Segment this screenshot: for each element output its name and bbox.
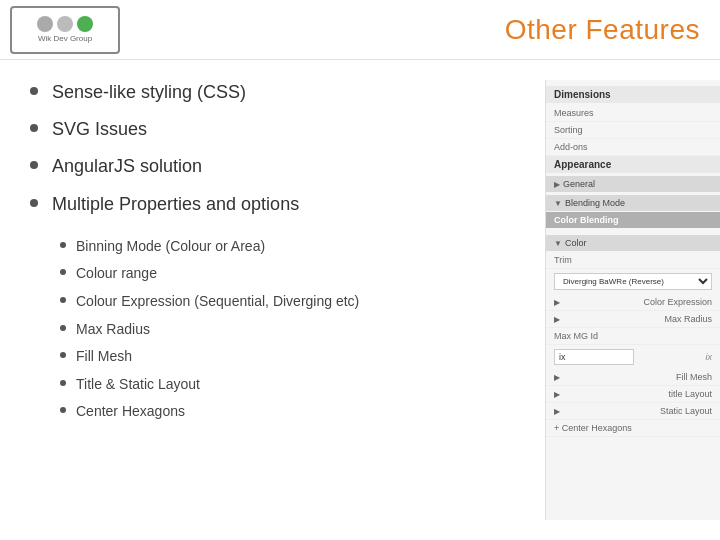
list-item: AngularJS solution [30,154,525,179]
logo-text: Wik Dev Group [38,34,92,43]
panel-trim-row[interactable]: Trim [546,252,720,269]
panel-appearance-header: Appearance [546,156,720,173]
panel-select-container[interactable]: Diverging BaWRe (Reverse) [546,269,720,294]
diverging-select[interactable]: Diverging BaWRe (Reverse) [554,273,712,290]
chevron-right-icon: ▶ [554,407,560,416]
bullet-icon-small [60,325,66,331]
panel-fill-mesh-row[interactable]: ▶ Fill Mesh [546,369,720,386]
list-item-text: Colour range [76,264,157,284]
panel-max-radius-val-row: Max MG Id [546,328,720,345]
panel-static-layout-row[interactable]: ▶ Static Layout [546,403,720,420]
list-item: Colour range [60,264,525,284]
panel-addons-row[interactable]: Add-ons [546,139,720,156]
panel-center-hexagons-row[interactable]: + Center Hexagons [546,420,720,437]
bullet-icon-small [60,242,66,248]
logo: Wik Dev Group [10,6,120,54]
chevron-down-icon: ▼ [554,239,562,248]
list-item-text: Center Hexagons [76,402,185,422]
secondary-bullet-list: Binning Mode (Colour or Area) Colour ran… [60,237,525,422]
bullet-icon [30,199,38,207]
bullet-icon-small [60,269,66,275]
panel-spacer-1 [546,228,720,232]
panel-color-expression-row[interactable]: ▶ Color Expression [546,294,720,311]
header: Wik Dev Group Other Features [0,0,720,60]
bullet-icon [30,124,38,132]
list-item-text: Colour Expression (Sequential, Diverging… [76,292,359,312]
left-content: Sense-like styling (CSS) SVG Issues Angu… [30,80,545,520]
bullet-icon-small [60,380,66,386]
panel-blending-subsection[interactable]: ▼ Blending Mode [546,195,720,211]
primary-bullet-list: Sense-like styling (CSS) SVG Issues Angu… [30,80,525,217]
list-item: Multiple Properties and options [30,192,525,217]
list-item: Colour Expression (Sequential, Diverging… [60,292,525,312]
chevron-right-icon: ▶ [554,390,560,399]
circle-1 [37,16,53,32]
circle-2 [57,16,73,32]
bullet-icon-small [60,297,66,303]
chevron-right-icon: ▶ [554,373,560,382]
logo-circles [37,16,93,32]
bullet-icon-small [60,352,66,358]
bullet-icon [30,161,38,169]
page-title: Other Features [505,14,700,46]
list-item: Sense-like styling (CSS) [30,80,525,105]
list-item: SVG Issues [30,117,525,142]
list-item-text: Max Radius [76,320,150,340]
panel-max-radius-row[interactable]: ▶ Max Radius [546,311,720,328]
chevron-icon: ▶ [554,180,560,189]
panel-general-subsection[interactable]: ▶ General [546,176,720,192]
fx-label: ix [706,352,713,362]
panel-title-layout-row[interactable]: ▶ title Layout [546,386,720,403]
fx-input[interactable] [554,349,634,365]
properties-panel: Dimensions Measures Sorting Add-ons Appe… [545,80,720,520]
list-item-text: SVG Issues [52,117,147,142]
list-item: Title & Static Layout [60,375,525,395]
list-item-text: Sense-like styling (CSS) [52,80,246,105]
panel-color-blending-row[interactable]: Color Blending [546,212,720,228]
panel-dimensions-header: Dimensions [546,86,720,103]
circle-3 [77,16,93,32]
panel-sorting-row[interactable]: Sorting [546,122,720,139]
main-content: Sense-like styling (CSS) SVG Issues Angu… [0,60,720,540]
list-item: Center Hexagons [60,402,525,422]
bullet-icon [30,87,38,95]
list-item: Binning Mode (Colour or Area) [60,237,525,257]
list-item: Fill Mesh [60,347,525,367]
panel-input-fx-row[interactable]: ix [546,345,720,369]
bullet-icon-small [60,407,66,413]
chevron-right-icon: ▶ [554,315,560,324]
list-item-text: Title & Static Layout [76,375,200,395]
list-item-text: Binning Mode (Colour or Area) [76,237,265,257]
list-item-text: Fill Mesh [76,347,132,367]
chevron-right-icon: ▶ [554,298,560,307]
panel-measures-row[interactable]: Measures [546,105,720,122]
list-item: Max Radius [60,320,525,340]
chevron-down-icon: ▼ [554,199,562,208]
panel-color-subsection[interactable]: ▼ Color [546,235,720,251]
list-item-text: AngularJS solution [52,154,202,179]
list-item-text: Multiple Properties and options [52,192,299,217]
